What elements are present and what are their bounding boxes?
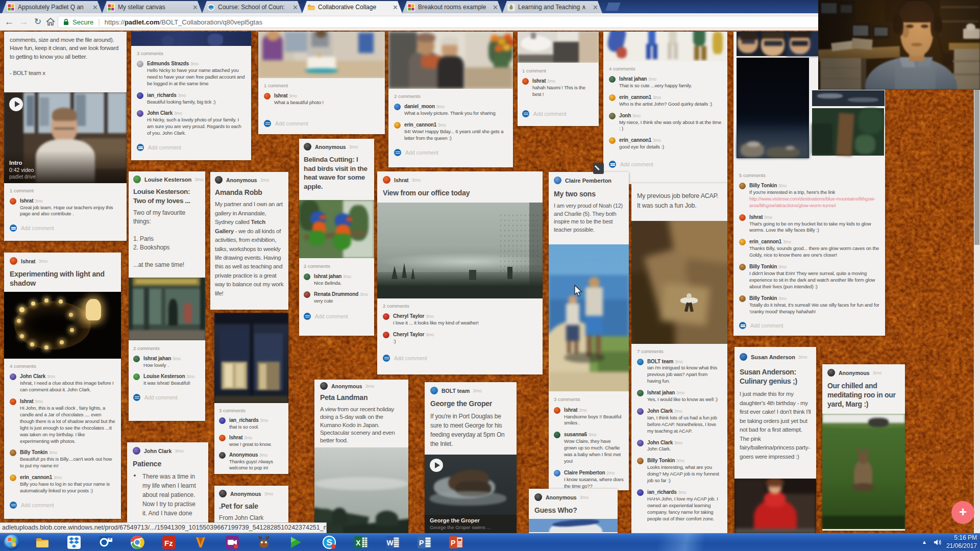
svg-text:X: X (356, 539, 361, 547)
svg-text:Fz: Fz (164, 539, 173, 547)
svg-text:P: P (451, 539, 455, 547)
svg-text:P: P (419, 539, 424, 547)
svg-text:W: W (387, 539, 394, 547)
